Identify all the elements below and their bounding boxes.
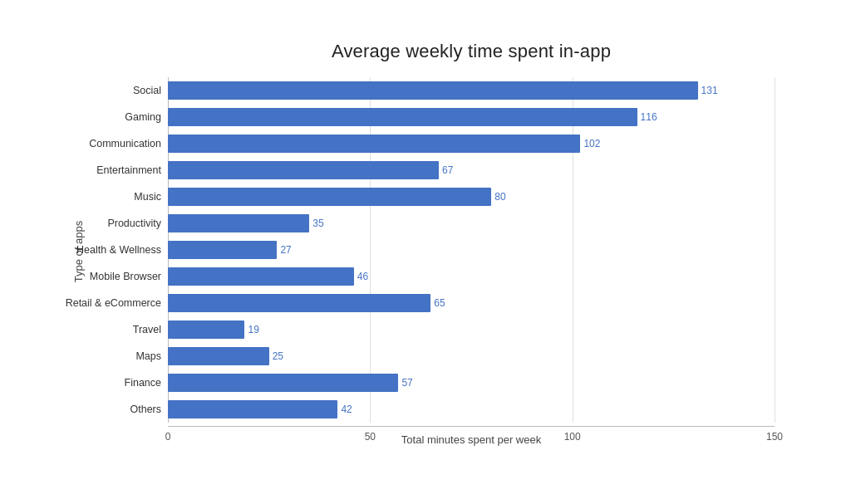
grid-line: [775, 77, 775, 423]
bar-value: 25: [273, 350, 294, 362]
bar-label: Gaming: [39, 111, 168, 123]
bar-label: Travel: [39, 324, 168, 335]
bar: 57: [168, 374, 398, 392]
bar-label: Maps: [39, 350, 168, 362]
bar: 19: [168, 321, 244, 339]
bar-value: 116: [641, 111, 662, 123]
bar-value: 19: [248, 324, 269, 335]
bar-row: Communication102: [168, 130, 775, 157]
bar-label: Communication: [39, 138, 168, 149]
bar-label: Social: [39, 85, 168, 96]
bar: 131: [168, 81, 698, 100]
bar: 116: [168, 108, 637, 126]
bar-value: 67: [442, 164, 464, 176]
bar: 67: [168, 161, 439, 179]
bar: 35: [168, 214, 309, 232]
bar: 102: [168, 135, 580, 153]
x-tick: 150: [766, 431, 783, 443]
bar-label: Finance: [39, 377, 168, 389]
bar-value: 65: [434, 297, 455, 309]
bar-value: 42: [341, 404, 362, 415]
chart-area: Type of apps Social131Gaming116Communica…: [168, 77, 775, 426]
bar-value: 57: [401, 377, 423, 389]
bar: 80: [168, 188, 491, 206]
bar-value: 102: [583, 138, 605, 149]
bar: 25: [168, 347, 269, 365]
bar-row: Maps25: [168, 343, 775, 369]
x-tick: 0: [165, 431, 171, 443]
bar-value: 46: [357, 271, 379, 282]
bar: 65: [168, 294, 430, 312]
bar-row: Finance57: [168, 369, 775, 396]
bar-label: Others: [39, 404, 168, 415]
bar-label: Retail & eCommerce: [39, 297, 168, 309]
bar-value: 27: [280, 244, 302, 256]
bar-label: Music: [39, 191, 168, 203]
bar-row: Social131: [168, 77, 775, 104]
bar-row: Travel19: [168, 316, 775, 343]
bar-row: Health & Wellness27: [168, 237, 775, 263]
bars-wrapper: Social131Gaming116Communication102Entert…: [168, 77, 775, 423]
bar-label: Mobile Browser: [39, 271, 168, 282]
bar-label: Health & Wellness: [39, 244, 168, 256]
bar-row: Others42: [168, 396, 775, 423]
bar-value: 35: [312, 218, 334, 229]
chart-container: Average weekly time spent in-app Type of…: [27, 16, 824, 489]
x-tick: 50: [365, 431, 376, 443]
bar-row: Productivity35: [168, 210, 775, 237]
bar-row: Music80: [168, 183, 775, 210]
x-axis-label: Total minutes spent per week: [168, 433, 775, 446]
chart-title: Average weekly time spent in-app: [168, 41, 775, 62]
bar: 46: [168, 267, 354, 286]
bar: 42: [168, 400, 337, 418]
bar-row: Gaming116: [168, 104, 775, 130]
bar-row: Mobile Browser46: [168, 263, 775, 290]
x-axis-ticks: 050100150: [168, 426, 775, 427]
bar-row: Retail & eCommerce65: [168, 290, 775, 316]
x-tick: 100: [564, 431, 581, 443]
bar-value: 131: [701, 85, 723, 96]
bar: 27: [168, 241, 277, 259]
bars-and-grid: Social131Gaming116Communication102Entert…: [168, 77, 775, 423]
bar-label: Entertainment: [39, 164, 168, 176]
bar-value: 80: [494, 191, 516, 203]
bar-row: Entertainment67: [168, 157, 775, 183]
bar-label: Productivity: [39, 218, 168, 229]
